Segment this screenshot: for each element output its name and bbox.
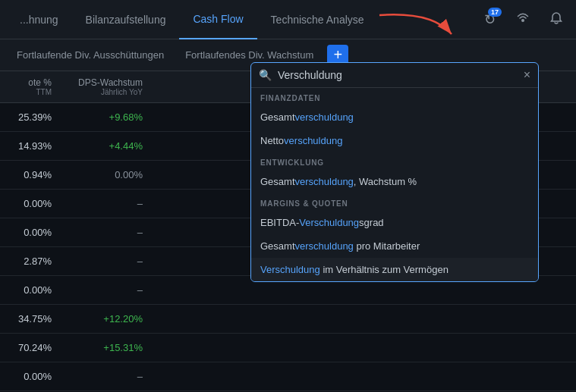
cell-ote: 70.24% — [0, 342, 61, 353]
search-icon: 🔍 — [259, 69, 272, 81]
cell-ote: 0.00% — [0, 284, 61, 296]
result-highlight: verschuldung — [295, 176, 354, 187]
bell-icon — [549, 11, 563, 27]
notification-badge: 17 — [488, 8, 502, 17]
search-result-item[interactable]: EBITDA-Verschuldungsgrad — [251, 211, 538, 234]
svg-point-0 — [521, 19, 524, 22]
result-highlight: verschuldung — [295, 240, 354, 252]
top-nav: ...hnung Bilanzaufstellung Cash Flow Tec… — [0, 0, 576, 39]
result-suffix: pro Mitarbeiter — [354, 240, 420, 252]
search-results: FINANZDATENGesamtverschuldungNettoversch… — [251, 88, 538, 281]
result-prefix: EBITDA- — [260, 217, 299, 228]
result-prefix: Netto — [260, 135, 284, 146]
search-section-label: MARGINS & QUOTEN — [251, 193, 538, 211]
nav-item-cashflow[interactable]: Cash Flow — [179, 0, 257, 39]
cell-ote: 0.00% — [0, 198, 61, 209]
table-row[interactable]: 70.24% +15.31% — [0, 334, 576, 362]
search-result-item[interactable]: Nettoverschuldung — [251, 129, 538, 152]
cell-dps: – — [61, 371, 152, 382]
cell-ote: 34.75% — [0, 313, 61, 325]
refresh-button[interactable]: ↻ 17 — [476, 6, 503, 33]
nav-item-hnung[interactable]: ...hnung — [6, 0, 72, 39]
cell-dps: +9.68% — [61, 111, 152, 123]
search-result-item[interactable]: Gesamtverschuldung, Wachstum % — [251, 170, 538, 193]
sub-nav-item-ausschüttungen[interactable]: Fortlaufende Div. Ausschüttungen — [6, 39, 175, 71]
search-result-item[interactable]: Verschuldung im Verhältnis zum Vermögen — [251, 258, 538, 281]
cell-dps: +15.31% — [61, 342, 152, 353]
search-section-label: ENTWICKLUNG — [251, 152, 538, 170]
search-input[interactable] — [278, 69, 518, 81]
col-header-ote: ote % TTM — [0, 74, 61, 99]
cell-dps: – — [61, 198, 152, 209]
nav-right: ↻ 17 — [476, 6, 570, 33]
result-prefix: Gesamt — [260, 176, 295, 187]
result-prefix: Gesamt — [260, 240, 295, 252]
nav-item-techanalyse[interactable]: Technische Analyse — [257, 0, 378, 39]
cell-dps: 0.00% — [61, 169, 152, 180]
search-overlay: 🔍 × FINANZDATENGesamtverschuldungNettove… — [250, 62, 539, 282]
result-highlight: verschuldung — [284, 135, 342, 146]
search-clear-button[interactable]: × — [524, 69, 530, 81]
table-row[interactable]: 0.00% – — [0, 362, 576, 391]
col-header-dps: DPS-Wachstum Jährlich YoY — [61, 74, 152, 99]
broadcast-icon — [515, 11, 530, 28]
result-highlight: verschuldung — [295, 111, 354, 123]
result-suffix: , Wachstum % — [354, 176, 417, 187]
search-result-item[interactable]: Gesamtverschuldung — [251, 105, 538, 129]
search-result-item[interactable]: Gesamtverschuldung pro Mitarbeiter — [251, 234, 538, 258]
search-section-label: FINANZDATEN — [251, 88, 538, 105]
result-highlight: Verschuldung — [260, 264, 320, 275]
result-suffix: sgrad — [359, 217, 384, 228]
cell-ote: 14.93% — [0, 140, 61, 152]
cell-dps: +12.20% — [61, 313, 152, 325]
nav-item-bilanz[interactable]: Bilanzaufstellung — [72, 0, 180, 39]
cell-ote: 0.94% — [0, 169, 61, 180]
cell-ote: 25.39% — [0, 111, 61, 123]
cell-dps: – — [61, 256, 152, 267]
cell-dps: +4.44% — [61, 140, 152, 152]
result-prefix: Gesamt — [260, 111, 295, 123]
cell-ote: 2.87% — [0, 256, 61, 267]
cell-dps: – — [61, 284, 152, 296]
search-input-row: 🔍 × — [251, 63, 538, 88]
result-highlight: Verschuldung — [299, 217, 359, 228]
cell-ote: 0.00% — [0, 371, 61, 382]
bell-button[interactable] — [543, 6, 570, 33]
table-row[interactable]: 34.75% +12.20% — [0, 305, 576, 334]
broadcast-button[interactable] — [509, 6, 537, 33]
cell-dps: – — [61, 227, 152, 238]
cell-ote: 0.00% — [0, 227, 61, 238]
result-suffix: im Verhältnis zum Vermögen — [320, 264, 449, 275]
